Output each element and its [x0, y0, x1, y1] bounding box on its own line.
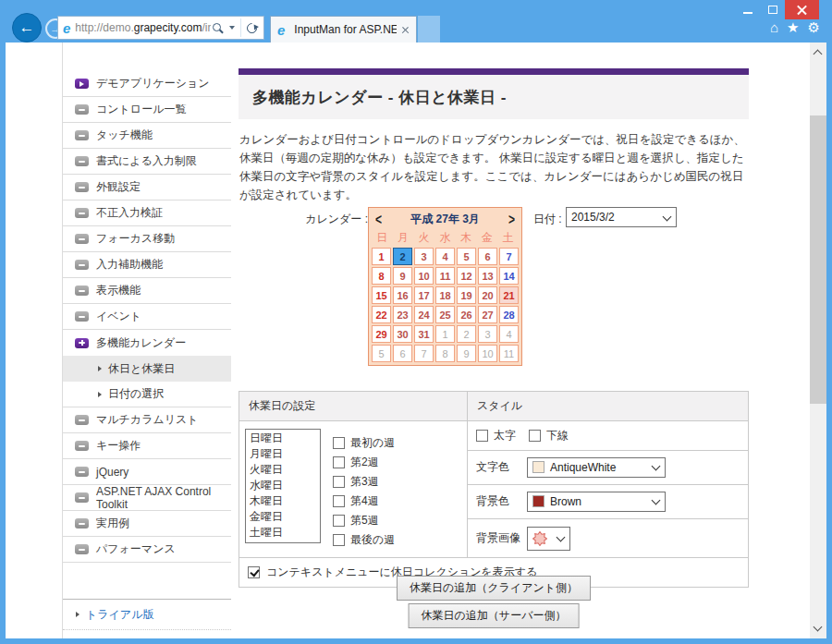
calendar-day-2[interactable]: 2	[393, 248, 412, 265]
calendar-day-8[interactable]: 8	[372, 267, 391, 285]
tab-close-icon[interactable]	[401, 26, 410, 34]
browser-tab[interactable]: e InputMan for ASP.NETデ...	[270, 16, 417, 43]
calendar-day-11[interactable]: 11	[435, 267, 455, 285]
bold-checkbox[interactable]: 太字	[476, 428, 516, 444]
calendar-day-13[interactable]: 13	[478, 267, 497, 285]
sidebar-item-2[interactable]: タッチ機能	[63, 123, 231, 149]
calendar-day-17[interactable]: 17	[414, 286, 434, 304]
weekday-option[interactable]: 火曜日	[250, 462, 316, 478]
weekday-option[interactable]: 日曜日	[250, 431, 316, 446]
sidebar-item-14[interactable]: ASP.NET AJAX Control Toolkit	[63, 485, 231, 511]
sidebar-item-13[interactable]: jQuery	[63, 459, 231, 485]
sidebar-link-product-info[interactable]: 製品情報	[63, 630, 231, 638]
week-checkbox-4[interactable]: 第5週	[333, 511, 395, 530]
week-checkbox-5[interactable]: 最後の週	[333, 530, 395, 550]
date-dropdown[interactable]: 2015/3/2	[566, 207, 677, 227]
week-checkbox-0[interactable]: 最初の週	[333, 433, 395, 453]
refresh-icon[interactable]	[245, 20, 260, 35]
weekday-option[interactable]: 土曜日	[250, 525, 316, 541]
calendar-day-11[interactable]: 11	[499, 345, 519, 362]
sidebar-subitem-0[interactable]: 休日と休業日	[63, 356, 231, 382]
calendar-day-4[interactable]: 4	[435, 248, 455, 265]
sidebar-item-9[interactable]: イベント	[63, 304, 231, 330]
sidebar-item-4[interactable]: 外観設定	[63, 175, 231, 200]
calendar-day-23[interactable]: 23	[393, 306, 412, 323]
fore-color-dropdown[interactable]: AntiqueWhite	[527, 457, 666, 478]
calendar-day-15[interactable]: 15	[372, 286, 391, 304]
scroll-down-icon[interactable]	[814, 624, 822, 632]
calendar-day-19[interactable]: 19	[457, 286, 476, 304]
sidebar-item-5[interactable]: 不正入力検証	[63, 200, 231, 226]
calendar-day-1[interactable]: 1	[372, 248, 391, 265]
week-checkbox-1[interactable]: 第2週	[333, 453, 395, 472]
calendar-day-25[interactable]: 25	[435, 306, 455, 323]
week-checkbox-3[interactable]: 第4週	[333, 492, 395, 511]
calendar-day-22[interactable]: 22	[372, 306, 391, 323]
calendar-day-1[interactable]: 1	[435, 325, 455, 343]
sidebar-item-3[interactable]: 書式による入力制限	[63, 149, 231, 175]
scrollbar-thumb[interactable]	[810, 115, 826, 404]
search-icon[interactable]	[213, 23, 221, 31]
chevron-down-icon[interactable]	[229, 26, 235, 30]
calendar-day-5[interactable]: 5	[372, 345, 391, 362]
calendar-day-6[interactable]: 6	[393, 345, 412, 362]
calendar-day-20[interactable]: 20	[478, 286, 497, 304]
calendar-day-30[interactable]: 30	[393, 325, 412, 343]
calendar-day-4[interactable]: 4	[499, 325, 519, 343]
scroll-up-icon[interactable]	[814, 49, 822, 57]
minimize-button[interactable]	[735, 0, 760, 19]
calendar-day-7[interactable]: 7	[499, 248, 519, 265]
sidebar-item-0[interactable]: デモアプリケーション	[63, 71, 231, 97]
underline-checkbox[interactable]: 下線	[529, 428, 569, 444]
maximize-button[interactable]	[760, 0, 785, 19]
calendar-day-18[interactable]: 18	[435, 286, 455, 304]
address-bar[interactable]: e http://demo.grapecity.com/inputm	[57, 16, 264, 40]
bg-image-dropdown[interactable]	[527, 527, 570, 551]
calendar-prev-button[interactable]: <	[372, 211, 385, 228]
calendar-day-16[interactable]: 16	[393, 286, 412, 304]
sidebar-item-8[interactable]: 表示機能	[63, 278, 231, 304]
new-tab-button[interactable]	[418, 16, 440, 43]
calendar-day-26[interactable]: 26	[457, 306, 476, 323]
weekday-option[interactable]: 水曜日	[250, 478, 316, 493]
sidebar-link-trial[interactable]: トライアル版	[63, 600, 231, 630]
home-icon[interactable]: ⌂	[770, 19, 778, 36]
calendar-day-27[interactable]: 27	[478, 306, 497, 323]
calendar-day-21[interactable]: 21	[499, 286, 519, 304]
sidebar-subitem-1[interactable]: 日付の選択	[63, 382, 231, 407]
close-button[interactable]	[785, 0, 819, 19]
calendar-day-24[interactable]: 24	[414, 306, 434, 323]
add-holiday-server-button[interactable]: 休業日の追加（サーバー側）	[409, 603, 580, 628]
sidebar-item-7[interactable]: 入力補助機能	[63, 252, 231, 278]
calendar-day-9[interactable]: 9	[457, 345, 476, 362]
weekday-option[interactable]: 木曜日	[250, 493, 316, 509]
vertical-scrollbar[interactable]	[810, 43, 826, 638]
calendar-day-3[interactable]: 3	[414, 248, 434, 265]
calendar-day-8[interactable]: 8	[435, 345, 455, 362]
week-checkbox-2[interactable]: 第3週	[333, 472, 395, 492]
calendar-day-9[interactable]: 9	[393, 267, 412, 285]
sidebar-item-12[interactable]: キー操作	[63, 433, 231, 459]
calendar-day-5[interactable]: 5	[457, 248, 476, 265]
favorites-star-icon[interactable]: ★	[787, 19, 799, 36]
calendar-day-2[interactable]: 2	[457, 325, 476, 343]
weekday-option[interactable]: 月曜日	[250, 446, 316, 462]
weekday-listbox[interactable]: 日曜日月曜日火曜日水曜日木曜日金曜日土曜日	[245, 429, 321, 543]
sidebar-item-6[interactable]: フォーカス移動	[63, 226, 231, 252]
back-color-dropdown[interactable]: Brown	[527, 492, 666, 512]
calendar-day-31[interactable]: 31	[414, 325, 434, 343]
calendar-day-7[interactable]: 7	[414, 345, 434, 362]
sidebar-item-10[interactable]: 多機能カレンダー	[63, 330, 231, 356]
calendar-day-29[interactable]: 29	[372, 325, 391, 343]
calendar-day-12[interactable]: 12	[457, 267, 476, 285]
sidebar-item-16[interactable]: パフォーマンス	[63, 537, 231, 563]
calendar-day-10[interactable]: 10	[478, 345, 497, 362]
sidebar-item-11[interactable]: マルチカラムリスト	[63, 407, 231, 433]
calendar-day-14[interactable]: 14	[499, 267, 519, 285]
sidebar-item-15[interactable]: 実用例	[63, 511, 231, 537]
add-holiday-client-button[interactable]: 休業日の追加（クライアント側）	[397, 576, 591, 601]
sidebar-item-1[interactable]: コントロール一覧	[63, 97, 231, 123]
calendar-day-6[interactable]: 6	[478, 248, 497, 265]
settings-gear-icon[interactable]: ⚙	[808, 19, 820, 36]
calendar-day-10[interactable]: 10	[414, 267, 434, 285]
